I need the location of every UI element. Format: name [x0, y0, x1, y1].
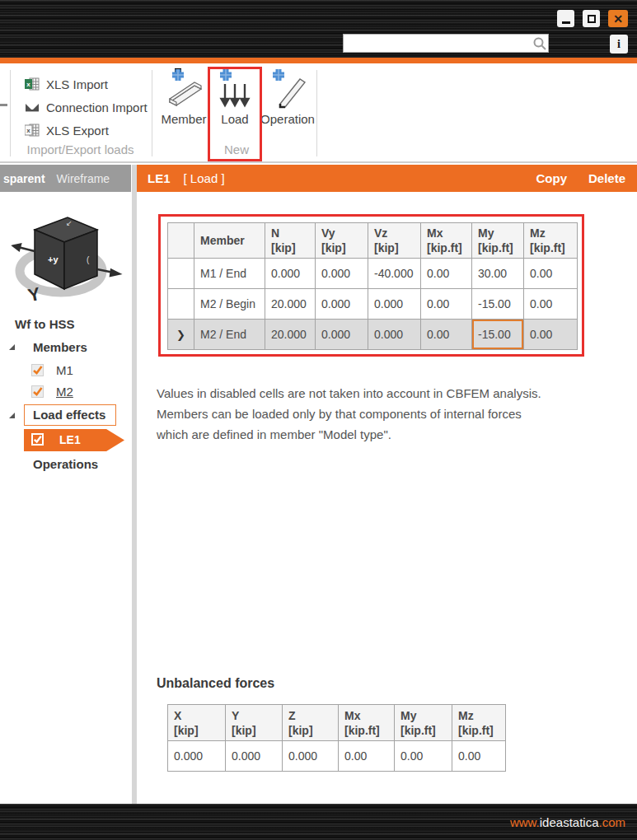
close-button[interactable]: ✕: [608, 10, 628, 27]
unbalanced-forces-title: Unbalanced forces: [157, 676, 274, 691]
accent-stripe: [0, 58, 637, 63]
column-header-z: Z[kip]: [283, 705, 339, 741]
project-title: Wf to HSS: [15, 317, 75, 331]
website-link[interactable]: www.ideastatica.com: [510, 815, 625, 829]
cbfem-note: Values in disabled cells are not taken i…: [157, 383, 544, 445]
checkbox-le1[interactable]: [31, 433, 44, 446]
tab-transparent[interactable]: sparent: [3, 172, 45, 185]
detail-header: LE1 [ Load ] Copy Delete: [137, 165, 637, 192]
cube-face-label: +y: [48, 254, 59, 264]
app-window: ✕ i x XLS Import: [0, 0, 637, 840]
load-button-highlight: [208, 67, 262, 161]
tree-item-m2[interactable]: M2: [56, 385, 73, 399]
check-icon: [32, 365, 43, 376]
title-bar: ✕ i: [0, 0, 637, 58]
copy-button[interactable]: Copy: [536, 171, 567, 185]
checkbox-m2[interactable]: [31, 385, 44, 398]
new-member-label: Member: [161, 112, 206, 126]
navigation-cube-icon[interactable]: +y ↙ ( Y: [5, 200, 125, 317]
minimize-icon: [562, 21, 570, 24]
minimize-button[interactable]: [557, 10, 574, 27]
xls-export-icon: x: [25, 124, 40, 137]
tree-node-operations[interactable]: Operations: [33, 457, 98, 471]
xls-export-button[interactable]: x XLS Export: [25, 121, 109, 139]
detail-panel: Member N[kip] Vy[kip] Vz[kip] Mx[kip.ft]…: [137, 192, 637, 804]
search-box[interactable]: [343, 34, 549, 53]
group-separator: [316, 70, 317, 156]
cell-y: 0.000: [226, 741, 283, 772]
tab-wireframe[interactable]: Wireframe: [57, 172, 110, 185]
unbalanced-forces-table: X[kip] Y[kip] Z[kip] Mx[kip.ft] My[kip.f…: [167, 704, 506, 772]
cell-x: 0.000: [168, 741, 226, 772]
check-icon: [33, 435, 42, 444]
svg-text:x: x: [26, 81, 30, 88]
xls-import-label: XLS Import: [46, 77, 108, 91]
member-icon: [163, 68, 204, 110]
operation-icon: [267, 68, 308, 110]
ribbon: x XLS Import Connection Import x XLS Exp…: [0, 63, 637, 163]
column-header-mz: Mz[kip.ft]: [452, 705, 506, 741]
truncated-ribbon-item: [0, 104, 7, 106]
load-table-highlight: [158, 214, 584, 357]
tree-node-load-effects[interactable]: Load effects: [33, 408, 105, 422]
xls-import-button[interactable]: x XLS Import: [25, 75, 108, 93]
tree-item-m1[interactable]: M1: [56, 363, 73, 377]
connection-import-button[interactable]: Connection Import: [25, 98, 148, 116]
group-label-import-export: Import/Export loads: [16, 142, 144, 156]
maximize-button[interactable]: [583, 10, 600, 27]
url-suffix: .com: [598, 815, 625, 829]
check-icon: [32, 386, 43, 397]
cell-mx: 0.00: [339, 741, 395, 772]
column-header-x: X[kip]: [168, 705, 226, 741]
checkbox-m1[interactable]: [31, 364, 44, 376]
delete-button[interactable]: Delete: [588, 171, 625, 185]
load-effect-id: LE1: [148, 171, 171, 185]
search-icon: [532, 35, 548, 52]
column-header-mx: Mx[kip.ft]: [339, 705, 395, 741]
svg-text:↙: ↙: [66, 219, 73, 227]
info-button[interactable]: i: [610, 35, 628, 54]
cell-my: 0.00: [395, 741, 452, 772]
expander-icon[interactable]: [8, 343, 16, 351]
column-header-y: Y[kip]: [226, 705, 283, 741]
tree-node-members[interactable]: Members: [33, 340, 87, 354]
cell-z: 0.000: [283, 741, 339, 772]
unbalanced-values-row: 0.000 0.000 0.000 0.00 0.00 0.00: [168, 741, 506, 772]
group-separator: [152, 70, 152, 156]
unbalanced-table-header: X[kip] Y[kip] Z[kip] Mx[kip.ft] My[kip.f…: [168, 705, 506, 741]
column-header-my: My[kip.ft]: [395, 705, 452, 741]
new-operation-label: Operation: [260, 112, 315, 126]
load-effect-type: [ Load ]: [184, 171, 225, 185]
url-prefix: www.: [510, 815, 540, 829]
connection-import-icon: [25, 100, 40, 114]
expander-icon[interactable]: [8, 412, 16, 419]
connection-import-label: Connection Import: [46, 100, 148, 114]
maximize-icon: [588, 15, 596, 23]
xls-export-label: XLS Export: [46, 124, 109, 138]
xls-import-icon: x: [25, 77, 40, 91]
group-separator: [10, 70, 11, 156]
cell-mz: 0.00: [452, 741, 506, 772]
tree-item-le1[interactable]: LE1: [59, 433, 81, 446]
status-bar: www.ideastatica.com: [0, 804, 637, 840]
sidebar: +y ↙ ( Y Wf to HSS Members M1 M2 Load ef…: [0, 192, 132, 804]
url-domain: ideastatica: [540, 815, 599, 829]
view-mode-tabs: sparent Wireframe: [0, 165, 131, 192]
svg-text:x: x: [26, 127, 30, 134]
search-input[interactable]: [344, 35, 532, 52]
